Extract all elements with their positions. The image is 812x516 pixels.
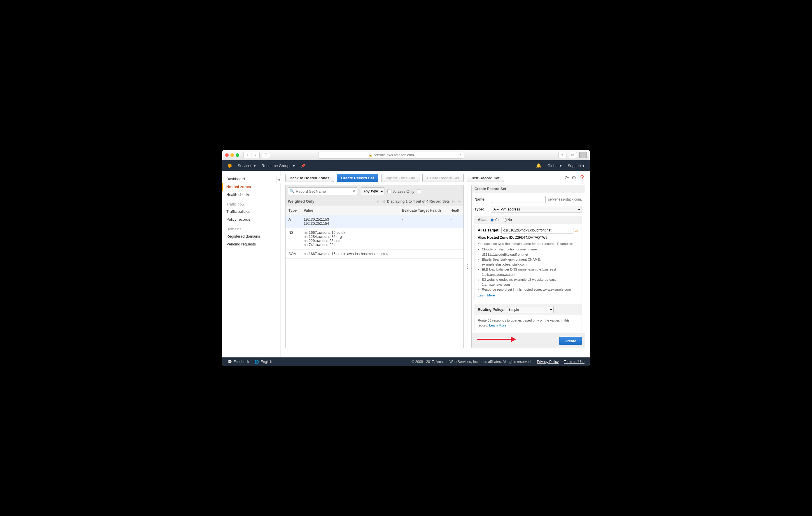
- name-label: Name:: [474, 198, 489, 202]
- routing-section: Routing Policy: Simple Route 53 responds…: [474, 304, 582, 331]
- alias-label: Alias:: [478, 218, 488, 222]
- sidebar: ◀ Dashboard Hosted zones Health checks T…: [222, 171, 281, 357]
- url-text: console.aws.amazon.com: [374, 153, 414, 157]
- help-icon[interactable]: ❓: [579, 175, 585, 181]
- nav-services[interactable]: Services ▾: [238, 163, 256, 168]
- pager-prev-icon[interactable]: ◀: [382, 199, 385, 204]
- import-zone-file-button[interactable]: Import Zone File: [381, 174, 419, 182]
- sidebar-collapse-button[interactable]: ◀: [277, 176, 281, 183]
- terms-link[interactable]: Terms of Use: [564, 360, 584, 364]
- notifications-icon[interactable]: 🔔: [536, 163, 542, 168]
- nav-region-label: Global: [547, 163, 558, 168]
- extra-checkbox[interactable]: [417, 189, 421, 193]
- nav-resource-groups[interactable]: Resource Groups ▾: [262, 163, 295, 168]
- radio-icon: [490, 218, 494, 222]
- records-table: Type Value Evaluate Target Health Healt …: [285, 206, 464, 348]
- col-type[interactable]: Type: [286, 206, 301, 215]
- routing-select[interactable]: Simple: [507, 306, 554, 313]
- cell-eth: -: [399, 215, 447, 228]
- routing-header: Routing Policy: Simple: [475, 304, 582, 315]
- alias-header: Alias: Yes No: [475, 216, 582, 224]
- sidebar-item-dashboard[interactable]: Dashboard: [226, 175, 280, 183]
- url-bar[interactable]: 🔒 console.aws.amazon.com ⟳: [318, 152, 464, 159]
- language-selector[interactable]: 🌐 English: [254, 360, 272, 364]
- test-record-set-button[interactable]: Test Record Set: [467, 174, 504, 182]
- annotation-arrow: [477, 337, 518, 341]
- radio-icon: [503, 218, 506, 222]
- sidebar-toggle-button[interactable]: ☰: [262, 152, 270, 158]
- type-row: Type: A – IPv4 address: [474, 206, 582, 213]
- aliases-only-checkbox[interactable]: Aliases Only: [387, 189, 414, 193]
- forward-button[interactable]: ›: [252, 152, 260, 158]
- aws-logo-icon[interactable]: ⬢: [228, 163, 232, 169]
- search-input[interactable]: [288, 187, 358, 195]
- sidebar-item-policy-records[interactable]: Policy records: [226, 215, 280, 223]
- new-tab-button[interactable]: +: [579, 152, 587, 158]
- panel-footer: Create: [472, 334, 585, 348]
- type-filter-select[interactable]: Any Type: [361, 187, 384, 195]
- share-button[interactable]: ⇪: [558, 152, 567, 158]
- caret-down-icon: ▾: [582, 163, 584, 168]
- delete-record-set-button[interactable]: Delete Record Set: [422, 174, 463, 182]
- table-row[interactable]: NS ns-1667.awsdns-16.co.uk. ns-1284.awsd…: [286, 228, 463, 249]
- create-button[interactable]: Create: [559, 337, 582, 345]
- tabs-button[interactable]: ⧉: [569, 152, 577, 158]
- caret-down-icon: ▾: [293, 163, 295, 168]
- sidebar-item-pending-requests[interactable]: Pending requests: [226, 240, 280, 248]
- alias-target-input[interactable]: [501, 227, 573, 234]
- privacy-link[interactable]: Privacy Policy: [537, 360, 559, 364]
- pager-next-icon[interactable]: ▶: [452, 199, 455, 204]
- window-controls: [225, 153, 239, 157]
- refresh-icon[interactable]: ⟳: [565, 175, 569, 181]
- type-select[interactable]: A – IPv4 address: [491, 206, 582, 213]
- col-health[interactable]: Healt: [447, 206, 463, 215]
- reload-icon[interactable]: ⟳: [459, 153, 461, 157]
- cell-value: ns-1667.awsdns-16.co.uk. ns-1284.awsdns-…: [301, 228, 399, 249]
- clear-search-icon[interactable]: ✕: [353, 189, 356, 193]
- example-item: Elastic Beanstalk environment CNAME: exa…: [482, 257, 579, 267]
- gear-icon[interactable]: ⚙: [572, 175, 576, 181]
- maximize-window-icon[interactable]: [236, 153, 239, 157]
- close-window-icon[interactable]: [225, 153, 229, 157]
- nav-region[interactable]: Global ▾: [547, 163, 562, 168]
- name-row: Name: serverless-stack.com.: [474, 196, 582, 203]
- table-row[interactable]: SOA ns-1667.awsdns-16.co.uk. awsdns-host…: [286, 249, 463, 259]
- caret-down-icon: ▾: [254, 163, 256, 168]
- search-wrap: 🔍 ✕: [288, 187, 358, 195]
- aliases-only-label: Aliases Only: [393, 189, 414, 193]
- back-button[interactable]: ‹: [243, 152, 252, 158]
- sidebar-heading-domains: Domains: [226, 223, 280, 232]
- sidebar-item-registered-domains[interactable]: Registered domains: [226, 232, 280, 240]
- alias-examples: You can also type the domain name for th…: [478, 241, 579, 298]
- table-row[interactable]: A 192.30.252.153 192.30.252.154 - -: [286, 215, 463, 228]
- cell-value: 192.30.252.153 192.30.252.154: [301, 215, 399, 228]
- sidebar-item-hosted-zones[interactable]: Hosted zones: [222, 183, 280, 191]
- create-record-set-button[interactable]: Create Record Set: [337, 174, 379, 182]
- col-eth[interactable]: Evaluate Target Health: [399, 206, 447, 215]
- panel-body: Name: serverless-stack.com. Type: A – IP…: [472, 193, 585, 334]
- learn-more-link[interactable]: Learn More: [478, 294, 495, 297]
- example-item: CloudFront distribution domain name: d11…: [482, 247, 579, 257]
- back-to-hosted-zones-button[interactable]: Back to Hosted Zones: [285, 174, 334, 182]
- cell-health: -: [447, 249, 463, 259]
- sidebar-item-health-checks[interactable]: Health checks: [226, 191, 280, 199]
- pin-icon[interactable]: 📌: [301, 163, 306, 168]
- aws-footer: 💬 Feedback 🌐 English © 2008 - 2017, Amaz…: [222, 357, 590, 366]
- alias-no-radio[interactable]: No: [503, 218, 512, 222]
- alias-hz-value: Z2FDTNDATAQYW2: [515, 236, 547, 240]
- col-value[interactable]: Value: [301, 206, 399, 215]
- nav-support[interactable]: Support ▾: [568, 163, 584, 168]
- create-record-panel: Create Record Set Name: serverless-stack…: [471, 185, 585, 348]
- feedback-label: Feedback: [234, 360, 249, 364]
- sidebar-item-traffic-policies[interactable]: Traffic policies: [226, 208, 280, 215]
- feedback-link[interactable]: 💬 Feedback: [228, 360, 249, 364]
- minimize-window-icon[interactable]: [230, 153, 234, 157]
- pager-last-icon[interactable]: ⏭: [457, 199, 461, 204]
- example-item: ELB load balancer DNS name: example-1.us…: [482, 267, 579, 277]
- learn-more-link[interactable]: Learn More: [489, 324, 506, 327]
- alias-yes-radio[interactable]: Yes: [490, 218, 500, 222]
- pager-first-icon[interactable]: ⏮: [376, 199, 379, 204]
- pane-resize-handle[interactable]: ⋮: [465, 263, 470, 270]
- name-input[interactable]: [491, 196, 546, 203]
- copyright-text: © 2008 - 2017, Amazon Web Services, Inc.…: [411, 360, 531, 364]
